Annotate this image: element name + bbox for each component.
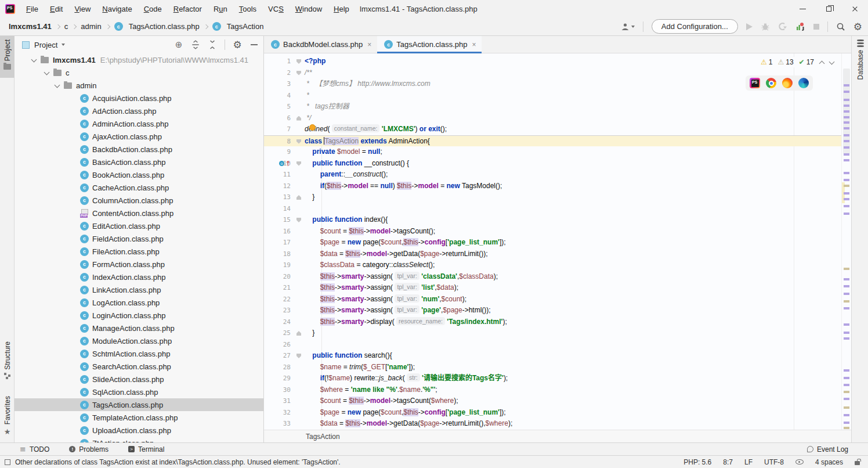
stripe-mark[interactable]	[844, 185, 849, 187]
fold-marker-icon[interactable]	[296, 71, 301, 75]
menu-code[interactable]: Code	[139, 3, 167, 15]
stripe-mark[interactable]	[844, 110, 849, 113]
stripe-mark[interactable]	[844, 427, 849, 429]
stripe-mark[interactable]	[844, 391, 849, 393]
encoding-widget[interactable]: UTF-8	[764, 458, 784, 466]
stripe-mark[interactable]	[844, 121, 849, 124]
tab-close-icon[interactable]: ×	[472, 41, 476, 49]
tree-item-ztaction-class-php[interactable]: cZtAction.class.php	[15, 437, 263, 442]
code-line-28[interactable]: 28 $name = trim($_GET['name']);	[264, 362, 841, 373]
stripe-mark[interactable]	[844, 205, 849, 207]
tree-item-c[interactable]: c	[15, 66, 263, 79]
stripe-mark[interactable]	[844, 422, 849, 424]
editor-tab-tagsaction-class-php[interactable]: cTagsAction.class.php×	[377, 36, 482, 53]
line-separator-widget[interactable]: LF	[744, 458, 753, 466]
stripe-mark[interactable]	[844, 172, 849, 174]
menu-window[interactable]: Window	[290, 3, 327, 15]
fold-marker-icon[interactable]	[296, 195, 301, 200]
phpstorm-browser-icon[interactable]: PS	[750, 78, 760, 88]
search-everywhere-button[interactable]	[836, 22, 845, 31]
code-line-17[interactable]: 17 $page = new page($count,$this->config…	[264, 237, 841, 249]
code-line-30[interactable]: 30 $where = 'name like "%'.$name.'%"';	[264, 384, 841, 396]
profiler-button[interactable]	[795, 22, 805, 31]
highlighting-level-icon[interactable]	[795, 459, 804, 465]
stripe-mark[interactable]	[844, 398, 849, 400]
fold-marker-icon[interactable]	[296, 139, 301, 144]
inspections-widget[interactable]: 1 13 17	[758, 57, 836, 67]
code-line-18[interactable]: 18 $data = $this->model->getData($page->…	[264, 249, 841, 260]
chevron-expanded-icon[interactable]	[31, 57, 37, 63]
tree-item-searchaction-class-php[interactable]: cSearchAction.class.php	[15, 360, 263, 373]
stripe-mark[interactable]	[844, 323, 849, 326]
project-panel-title[interactable]: Project	[34, 41, 57, 49]
chevron-expanded-icon[interactable]	[54, 82, 60, 88]
code-line-27[interactable]: 27 public function search(){	[264, 350, 841, 362]
stripe-mark[interactable]	[844, 198, 849, 200]
chrome-icon[interactable]	[766, 78, 776, 88]
edge-icon[interactable]	[798, 78, 809, 88]
code-line-20[interactable]: 20 $this->smarty->assign( tpl_var: 'clas…	[264, 271, 841, 283]
close-button[interactable]	[842, 0, 868, 17]
stripe-mark[interactable]	[844, 278, 849, 280]
stripe-mark[interactable]	[844, 91, 849, 93]
tree-item-sqlaction-class-php[interactable]: cSqlAction.class.php	[15, 386, 263, 398]
stripe-mark[interactable]	[844, 285, 849, 287]
tree-item-linkaction-class-php[interactable]: cLinkAction.class.php	[15, 283, 263, 296]
menu-run[interactable]: Run	[208, 3, 233, 15]
tree-item-tagsaction-class-php[interactable]: cTagsAction.class.php	[15, 398, 263, 411]
code-line-19[interactable]: 19 $classData = category::classSelect();	[264, 260, 841, 271]
breadcrumb-item[interactable]: TagsAction.class.php	[129, 22, 200, 31]
stripe-mark[interactable]	[844, 414, 849, 416]
breadcrumb-class-name[interactable]: TagsAction	[306, 433, 340, 441]
code-line-29[interactable]: 29 if(!$name) rewrite::js_back( str: '请输…	[264, 373, 841, 384]
breadcrumb-item[interactable]: TagsAction	[227, 22, 264, 31]
user-menu[interactable]	[621, 23, 635, 31]
tree-item-fieldaction-class-php[interactable]: cFieldAction.class.php	[15, 232, 263, 245]
breadcrumb-item[interactable]: admin	[81, 22, 101, 31]
stripe-mark[interactable]	[844, 105, 849, 107]
tree-item-acquisiaction-class-php[interactable]: cAcquisiAction.class.php	[15, 92, 263, 105]
stripe-mark[interactable]	[844, 213, 849, 215]
tree-item-schtmlaction-class-php[interactable]: cSchtmlAction.class.php	[15, 347, 263, 360]
stripe-mark[interactable]	[844, 406, 849, 409]
code-line-6[interactable]: 6 */	[264, 113, 841, 124]
code-line-23[interactable]: 23 $this->smarty->assign( tpl_var: 'page…	[264, 305, 841, 316]
tool-window-toggle-icon[interactable]	[5, 459, 10, 465]
locate-file-button[interactable]	[174, 40, 183, 49]
minimize-button[interactable]	[790, 0, 816, 17]
tree-item-adaction-class-php[interactable]: cAdAction.class.php	[15, 105, 263, 117]
fold-marker-icon[interactable]	[296, 331, 301, 336]
collapse-all-button[interactable]	[208, 40, 217, 49]
tree-item-adminaction-class-php[interactable]: cAdminAction.class.php	[15, 117, 263, 130]
menu-view[interactable]: View	[69, 3, 96, 15]
tool-stripe-favorites[interactable]: Favorites	[0, 393, 15, 445]
expand-all-button[interactable]	[191, 40, 200, 49]
tree-item-fileaction-class-php[interactable]: cFileAction.class.php	[15, 245, 263, 258]
caret-position-widget[interactable]: 8:7	[723, 458, 733, 466]
coverage-button[interactable]	[778, 22, 787, 31]
tree-item-logaction-class-php[interactable]: cLogAction.class.php	[15, 296, 263, 309]
tree-item-contentaction-class-php[interactable]: PHPContentAction.class.php	[15, 207, 263, 219]
tree-item-loginaction-class-php[interactable]: cLoginAction.class.php	[15, 309, 263, 322]
code-line-26[interactable]: 26	[264, 339, 841, 351]
stripe-mark[interactable]	[844, 99, 849, 101]
code-line-14[interactable]: 14	[264, 203, 841, 215]
fold-marker-icon[interactable]	[296, 116, 301, 121]
stripe-mark[interactable]	[844, 293, 849, 295]
tree-item-cacheaction-class-php[interactable]: cCacheAction.class.php	[15, 181, 263, 194]
stop-button[interactable]	[813, 24, 819, 30]
tree-item-uploadaction-class-php[interactable]: cUploadAction.class.php	[15, 424, 263, 437]
menu-vcs[interactable]: VCS	[263, 3, 289, 15]
stripe-mark[interactable]	[844, 268, 849, 270]
tree-item-editaction-class-php[interactable]: cEditAction.class.php	[15, 219, 263, 232]
tree-item-admin[interactable]: admin	[15, 79, 263, 92]
tool-stripe-structure[interactable]: Structure	[0, 338, 15, 390]
indent-widget[interactable]: 4 spaces	[815, 458, 843, 466]
tree-item-columnaction-class-php[interactable]: cColumnAction.class.php	[15, 194, 263, 207]
chevron-expanded-icon[interactable]	[44, 70, 49, 75]
stripe-mark[interactable]	[844, 369, 849, 372]
firefox-icon[interactable]	[782, 78, 793, 88]
code-line-9[interactable]: 9 private $model = null;	[264, 146, 841, 158]
tab-close-icon[interactable]: ×	[367, 41, 371, 49]
tree-item-manageaction-class-php[interactable]: cManageAction.class.php	[15, 322, 263, 334]
